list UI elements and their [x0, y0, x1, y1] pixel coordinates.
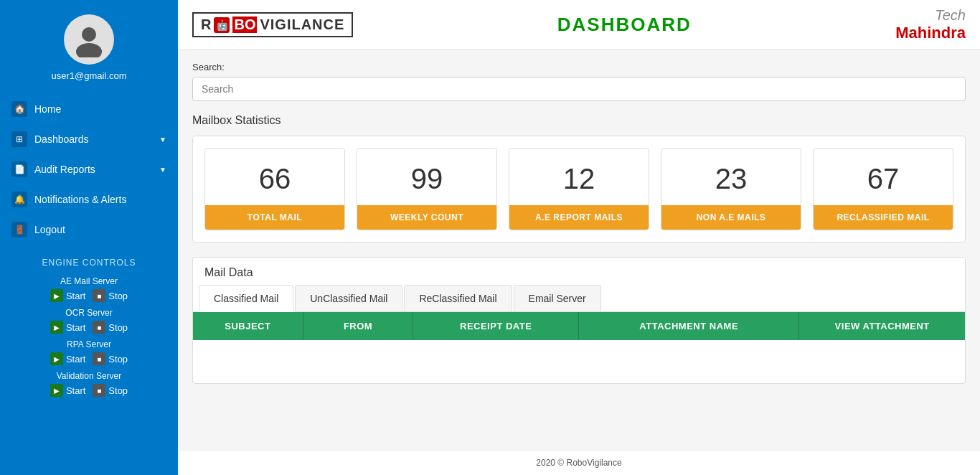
- ae-mail-start-button[interactable]: ▶ Start: [50, 289, 85, 302]
- table-body: [193, 340, 965, 383]
- tab-classified[interactable]: Classified Mail: [199, 285, 293, 312]
- start-icon-validation: ▶: [50, 384, 63, 397]
- brand-tech: Tech: [895, 7, 966, 24]
- rpa-stop-button[interactable]: ■ Stop: [93, 352, 128, 365]
- grid-icon: ⊞: [11, 131, 27, 147]
- sidebar-item-audit-reports[interactable]: 📄 Audit Reports ▼: [0, 154, 178, 184]
- svg-point-1: [76, 43, 102, 57]
- ae-mail-label: AE Mail Server: [11, 276, 166, 286]
- chevron-down-icon-audit: ▼: [159, 166, 166, 174]
- col-attachment-name: ATTACHMENT NAME: [579, 312, 799, 340]
- engine-controls-title: ENGINE CONTROLS: [42, 258, 136, 268]
- ae-report-number: 12: [509, 149, 649, 205]
- col-from: FROM: [303, 312, 414, 340]
- table-header: SUBJECT FROM RECEIPT DATE ATTACHMENT NAM…: [193, 312, 965, 340]
- sidebar: user1@gmail.com 🏠 Home ⊞ Dashboards ▼ 📄 …: [0, 0, 178, 475]
- logo-vigilance: VIGILANCE: [260, 17, 344, 33]
- ae-report-label: A.E REPORT MAILS: [509, 205, 649, 230]
- reclassified-label: RECLASSIFIED MAIL: [814, 205, 953, 230]
- start-icon-rpa: ▶: [50, 352, 63, 365]
- logo-r: R: [201, 17, 211, 33]
- mail-data-container: Mail Data Classified Mail UnClassified M…: [192, 257, 966, 384]
- sidebar-item-home[interactable]: 🏠 Home: [0, 94, 178, 124]
- sidebar-username: user1@gmail.com: [52, 70, 127, 81]
- stop-icon-rpa: ■: [93, 352, 105, 365]
- validation-server-control: Validation Server ▶ Start ■ Stop: [0, 368, 178, 400]
- stop-icon-validation: ■: [93, 384, 105, 397]
- home-icon: 🏠: [11, 101, 27, 117]
- sidebar-item-notifications[interactable]: 🔔 Notifications & Alerts: [0, 184, 178, 215]
- footer-text: 2020 © RoboVigilance: [536, 458, 621, 468]
- weekly-count-label: WEEKLY COUNT: [357, 205, 496, 230]
- stat-card-ae-report: 12 A.E REPORT MAILS: [509, 148, 649, 230]
- page-title: DASHBOARD: [557, 14, 692, 36]
- logo-bo: BO: [232, 17, 257, 33]
- validation-label: Validation Server: [11, 371, 166, 381]
- header: R 🤖 BO VIGILANCE DASHBOARD Tech Mahindra: [178, 0, 980, 50]
- col-receipt-date: RECEIPT DATE: [413, 312, 579, 340]
- exit-icon: 🚪: [11, 222, 27, 238]
- sidebar-item-logout[interactable]: 🚪 Logout: [0, 215, 178, 245]
- logo-robot-icon: 🤖: [214, 17, 230, 33]
- stop-icon-ocr: ■: [93, 321, 105, 334]
- ae-mail-server-control: AE Mail Server ▶ Start ■ Stop: [0, 273, 178, 305]
- validation-start-button[interactable]: ▶ Start: [50, 384, 85, 397]
- reclassified-number: 67: [814, 149, 953, 205]
- col-view-attachment: VIEW ATTACHMENT: [799, 312, 965, 340]
- footer: 2020 © RoboVigilance: [178, 450, 980, 475]
- avatar: [64, 14, 114, 65]
- stat-card-total-mail: 66 TOTAL MAIL: [204, 148, 345, 230]
- sidebar-nav: 🏠 Home ⊞ Dashboards ▼ 📄 Audit Reports ▼ …: [0, 94, 178, 245]
- bell-icon: 🔔: [11, 192, 27, 207]
- total-mail-label: TOTAL MAIL: [205, 205, 344, 230]
- content-area: Search: Mailbox Statistics 66 TOTAL MAIL…: [178, 50, 980, 450]
- ocr-server-control: OCR Server ▶ Start ■ Stop: [0, 305, 178, 337]
- svg-point-0: [82, 27, 96, 42]
- stat-card-weekly-count: 99 WEEKLY COUNT: [357, 148, 497, 230]
- sidebar-item-dashboards[interactable]: ⊞ Dashboards ▼: [0, 124, 178, 154]
- main-content: R 🤖 BO VIGILANCE DASHBOARD Tech Mahindra…: [178, 0, 980, 475]
- start-icon: ▶: [50, 289, 63, 302]
- ocr-start-button[interactable]: ▶ Start: [50, 321, 85, 334]
- search-input[interactable]: [192, 77, 966, 101]
- brand-mahindra: Mahindra: [895, 24, 966, 42]
- ocr-stop-button[interactable]: ■ Stop: [93, 321, 128, 334]
- tab-unclassified[interactable]: UnClassified Mail: [295, 285, 402, 311]
- logo: R 🤖 BO VIGILANCE: [192, 12, 353, 37]
- chevron-down-icon: ▼: [159, 136, 166, 144]
- stop-icon: ■: [93, 289, 105, 302]
- tab-email-server[interactable]: Email Server: [514, 285, 601, 311]
- ae-mail-stop-button[interactable]: ■ Stop: [93, 289, 128, 302]
- stat-card-non-ae: 23 NON A.E MAILS: [661, 148, 801, 230]
- tab-reclassified[interactable]: ReClassified Mail: [404, 285, 512, 311]
- ocr-label: OCR Server: [11, 308, 166, 318]
- validation-stop-button[interactable]: ■ Stop: [93, 384, 128, 397]
- file-icon: 📄: [11, 161, 27, 177]
- col-subject: SUBJECT: [193, 312, 303, 340]
- mailbox-stats-title: Mailbox Statistics: [192, 114, 966, 127]
- non-ae-label: NON A.E MAILS: [661, 205, 801, 230]
- rpa-start-button[interactable]: ▶ Start: [50, 352, 85, 365]
- rpa-server-control: RPA Server ▶ Start ■ Stop: [0, 337, 178, 368]
- stat-card-reclassified: 67 RECLASSIFIED MAIL: [813, 148, 953, 230]
- brand: Tech Mahindra: [895, 7, 966, 42]
- search-label: Search:: [192, 62, 966, 72]
- rpa-label: RPA Server: [11, 339, 166, 349]
- stats-container: 66 TOTAL MAIL 99 WEEKLY COUNT 12 A.E REP…: [192, 136, 966, 243]
- start-icon-ocr: ▶: [50, 321, 63, 334]
- non-ae-number: 23: [661, 149, 801, 205]
- weekly-count-number: 99: [357, 149, 496, 205]
- mail-data-title: Mail Data: [193, 258, 965, 279]
- total-mail-number: 66: [205, 149, 344, 205]
- tabs: Classified Mail UnClassified Mail ReClas…: [193, 285, 965, 312]
